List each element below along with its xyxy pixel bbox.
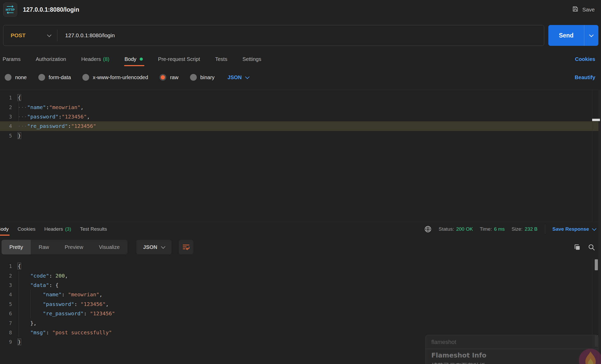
- notification-message: 捕获已保存至剪贴板。: [431, 362, 592, 364]
- svg-text:HTTP: HTTP: [6, 8, 15, 12]
- line-number: 1: [0, 263, 12, 269]
- save-icon: [572, 5, 579, 14]
- view-tab-raw[interactable]: Raw: [31, 240, 57, 254]
- tab-tests[interactable]: Tests: [215, 51, 227, 67]
- request-tabs: ParamsAuthorizationHeaders(8)BodyPre-req…: [0, 51, 601, 67]
- response-toolbar: PrettyRawPreviewVisualize JSON: [0, 240, 601, 255]
- divider: [592, 90, 592, 222]
- line-number: 5: [0, 301, 12, 307]
- response-meta: Status: 200 OK Time: 6 ms Size: 232 B Sa…: [424, 224, 601, 234]
- chevron-down-icon: [592, 226, 597, 231]
- response-tabs-list: BodyCookiesHeaders(3)Test Results: [0, 222, 116, 236]
- body-mode-binary[interactable]: binary: [190, 74, 214, 81]
- chevron-down-icon: [245, 74, 249, 79]
- tab-authorization[interactable]: Authorization: [36, 51, 66, 67]
- response-format-selector[interactable]: JSON: [136, 240, 171, 254]
- line-number: 3: [0, 282, 12, 288]
- body-mode-row: noneform-datax-www-form-urlencodedrawbin…: [0, 70, 601, 85]
- line-number: 4: [0, 292, 12, 297]
- radio-icon: [190, 74, 197, 81]
- body-mode-raw[interactable]: raw: [160, 74, 178, 81]
- tab-pre-request-script[interactable]: Pre-request Script: [158, 51, 200, 67]
- url-bar: POST: [3, 25, 544, 46]
- tab-test-results[interactable]: Test Results: [80, 222, 107, 236]
- response-scrollbar-thumb[interactable]: [595, 259, 598, 270]
- method-selector[interactable]: POST: [3, 32, 57, 39]
- response-editor-lines: 1{2 "code": 200,3 "data": {4 "name": "me…: [0, 261, 601, 347]
- chevron-down-icon: [47, 33, 52, 37]
- line-number: 2: [0, 104, 12, 110]
- overview-ruler-marker: [592, 119, 600, 121]
- body-mode-list: noneform-datax-www-form-urlencodedrawbin…: [5, 74, 214, 81]
- view-tab-preview[interactable]: Preview: [57, 240, 91, 254]
- indent-guide: [30, 290, 30, 318]
- response-size: Size: 232 B: [512, 226, 538, 232]
- content-type-selector[interactable]: JSON: [228, 74, 249, 80]
- code-line: 5 "password": "123456",: [0, 299, 601, 309]
- tab-body[interactable]: Body: [125, 51, 143, 67]
- divider: [426, 349, 598, 349]
- body-mode-x-www-form-urlencoded[interactable]: x-www-form-urlencoded: [82, 74, 148, 81]
- indent-guide: [19, 271, 19, 337]
- search-button[interactable]: [588, 243, 595, 251]
- url-input[interactable]: [57, 32, 544, 39]
- flameshot-notification: flameshot Flameshot Info 捕获已保存至剪贴板。: [425, 335, 598, 364]
- code-line: 2···"name":"meowrian",: [0, 102, 601, 112]
- save-button[interactable]: Save: [572, 5, 595, 14]
- code-line: 3···"password":"123456",: [0, 112, 601, 121]
- code-line: 3 "data": {: [0, 280, 601, 290]
- content-type-label: JSON: [228, 74, 242, 80]
- response-view-tabs: PrettyRawPreviewVisualize: [2, 240, 127, 254]
- radio-icon: [82, 74, 89, 81]
- chevron-down-icon: [161, 244, 165, 249]
- request-body-editor[interactable]: 1{2···"name":"meowrian",3···"password":"…: [0, 90, 601, 222]
- beautify-link[interactable]: Beautify: [575, 74, 595, 80]
- search-icon: [588, 243, 595, 251]
- divider: [545, 224, 545, 234]
- copy-button[interactable]: [573, 243, 581, 251]
- response-header: BodyCookiesHeaders(3)Test Results Status…: [0, 222, 601, 236]
- response-format-label: JSON: [143, 244, 157, 250]
- code-line: 1{: [0, 93, 601, 102]
- body-mode-form-data[interactable]: form-data: [38, 74, 71, 81]
- tab-headers[interactable]: Headers(3): [44, 222, 71, 236]
- request-tabs-list: ParamsAuthorizationHeaders(8)BodyPre-req…: [3, 51, 276, 67]
- send-button[interactable]: Send: [548, 25, 598, 46]
- view-tab-visualize[interactable]: Visualize: [91, 240, 127, 254]
- line-number: 5: [0, 133, 12, 139]
- send-options-button[interactable]: [584, 25, 598, 46]
- request-title: 127.0.0.1:8080/login: [23, 6, 79, 13]
- method-label: POST: [11, 32, 26, 39]
- body-mode-none[interactable]: none: [5, 74, 27, 81]
- line-number: 9: [0, 339, 12, 345]
- tab-body[interactable]: Body: [0, 222, 9, 236]
- tab-cookies[interactable]: Cookies: [17, 222, 35, 236]
- line-number: 4: [0, 123, 12, 129]
- tab-headers[interactable]: Headers(8): [81, 51, 109, 67]
- code-line: 5}: [0, 131, 601, 140]
- flameshot-app-name: flameshot: [431, 339, 592, 346]
- send-label[interactable]: Send: [548, 25, 584, 46]
- line-number: 1: [0, 95, 12, 101]
- code-line: 2 "code": 200,: [0, 271, 601, 280]
- view-tab-pretty[interactable]: Pretty: [2, 240, 31, 254]
- line-number: 6: [0, 311, 12, 316]
- tab-params[interactable]: Params: [3, 51, 21, 67]
- response-status: Status: 200 OK: [439, 226, 473, 232]
- http-badge-icon: HTTP: [3, 3, 17, 17]
- indent-guide: [19, 102, 19, 131]
- code-line: 4 "name": "meowrian",: [0, 290, 601, 299]
- code-line: 1{: [0, 261, 601, 271]
- save-response-button[interactable]: Save Response: [553, 226, 596, 232]
- wrap-text-button[interactable]: [179, 240, 193, 254]
- code-line: 6 "re_password": "123456": [0, 309, 601, 318]
- response-time: Time: 6 ms: [480, 226, 505, 232]
- tab-settings[interactable]: Settings: [242, 51, 261, 67]
- save-label: Save: [582, 7, 595, 13]
- scrollbar-track[interactable]: [598, 90, 601, 364]
- cookies-link[interactable]: Cookies: [575, 56, 595, 62]
- postman-app: HTTP 127.0.0.1:8080/login Save POST Send: [0, 0, 601, 364]
- wrap-text-icon: [182, 243, 190, 251]
- chevron-down-icon: [589, 33, 594, 37]
- code-line: 7 },: [0, 318, 601, 328]
